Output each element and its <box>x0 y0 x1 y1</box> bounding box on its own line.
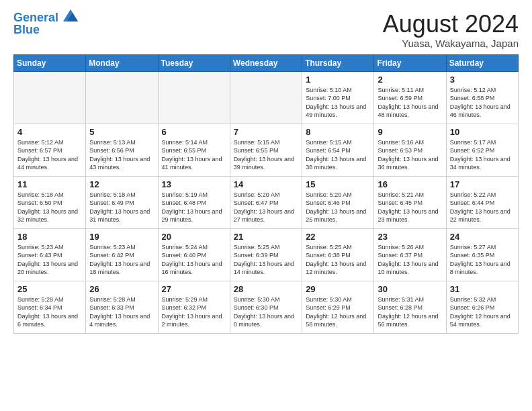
table-row: 24Sunrise: 5:27 AMSunset: 6:35 PMDayligh… <box>446 228 518 281</box>
col-sunday: Sunday <box>14 54 86 71</box>
table-row: 4Sunrise: 5:12 AMSunset: 6:57 PMDaylight… <box>14 124 86 176</box>
day-number: 27 <box>162 284 226 294</box>
table-row: 17Sunrise: 5:22 AMSunset: 6:44 PMDayligh… <box>446 176 518 228</box>
table-row: 23Sunrise: 5:26 AMSunset: 6:37 PMDayligh… <box>374 228 446 281</box>
table-row: 30Sunrise: 5:31 AMSunset: 6:28 PMDayligh… <box>374 281 446 333</box>
logo-text2: Blue <box>13 24 40 37</box>
day-info: Sunrise: 5:17 AMSunset: 6:52 PMDaylight:… <box>450 138 515 172</box>
day-number: 5 <box>89 127 154 137</box>
day-info: Sunrise: 5:27 AMSunset: 6:35 PMDaylight:… <box>450 243 515 277</box>
day-info: Sunrise: 5:26 AMSunset: 6:37 PMDaylight:… <box>378 243 442 277</box>
day-info: Sunrise: 5:15 AMSunset: 6:54 PMDaylight:… <box>306 138 370 172</box>
col-thursday: Thursday <box>302 54 374 71</box>
day-info: Sunrise: 5:29 AMSunset: 6:32 PMDaylight:… <box>162 295 226 329</box>
day-number: 28 <box>234 284 298 294</box>
table-row: 25Sunrise: 5:28 AMSunset: 6:34 PMDayligh… <box>14 281 86 333</box>
day-info: Sunrise: 5:12 AMSunset: 6:58 PMDaylight:… <box>450 86 515 120</box>
header: General Blue August 2024 Yuasa, Wakayama… <box>13 11 519 49</box>
day-info: Sunrise: 5:30 AMSunset: 6:29 PMDaylight:… <box>306 295 370 329</box>
day-info: Sunrise: 5:21 AMSunset: 6:45 PMDaylight:… <box>378 191 442 224</box>
calendar-header-row: Sunday Monday Tuesday Wednesday Thursday… <box>14 54 519 71</box>
table-row: 28Sunrise: 5:30 AMSunset: 6:30 PMDayligh… <box>230 281 302 333</box>
table-row: 31Sunrise: 5:32 AMSunset: 6:26 PMDayligh… <box>446 281 518 333</box>
day-number: 10 <box>450 127 515 137</box>
day-number: 6 <box>162 127 226 137</box>
table-row <box>230 71 302 124</box>
table-row: 27Sunrise: 5:29 AMSunset: 6:32 PMDayligh… <box>158 281 230 333</box>
page: General Blue August 2024 Yuasa, Wakayama… <box>0 0 532 340</box>
table-row: 14Sunrise: 5:20 AMSunset: 6:47 PMDayligh… <box>230 176 302 228</box>
day-number: 26 <box>89 284 154 294</box>
day-number: 16 <box>378 179 442 189</box>
table-row: 29Sunrise: 5:30 AMSunset: 6:29 PMDayligh… <box>302 281 374 333</box>
table-row: 22Sunrise: 5:25 AMSunset: 6:38 PMDayligh… <box>302 228 374 281</box>
col-tuesday: Tuesday <box>158 54 230 71</box>
table-row: 21Sunrise: 5:25 AMSunset: 6:39 PMDayligh… <box>230 228 302 281</box>
day-number: 15 <box>306 179 370 189</box>
calendar-table: Sunday Monday Tuesday Wednesday Thursday… <box>13 54 519 334</box>
day-info: Sunrise: 5:12 AMSunset: 6:57 PMDaylight:… <box>17 138 82 172</box>
day-info: Sunrise: 5:11 AMSunset: 6:59 PMDaylight:… <box>378 86 442 120</box>
day-info: Sunrise: 5:22 AMSunset: 6:44 PMDaylight:… <box>450 191 515 224</box>
calendar-week-4: 18Sunrise: 5:23 AMSunset: 6:43 PMDayligh… <box>14 228 519 281</box>
day-info: Sunrise: 5:16 AMSunset: 6:53 PMDaylight:… <box>378 138 442 172</box>
day-info: Sunrise: 5:20 AMSunset: 6:47 PMDaylight:… <box>234 191 298 224</box>
table-row: 18Sunrise: 5:23 AMSunset: 6:43 PMDayligh… <box>14 228 86 281</box>
logo-icon <box>63 9 78 21</box>
day-number: 11 <box>17 179 82 189</box>
day-number: 22 <box>306 232 370 242</box>
table-row: 6Sunrise: 5:14 AMSunset: 6:55 PMDaylight… <box>158 124 230 176</box>
day-info: Sunrise: 5:31 AMSunset: 6:28 PMDaylight:… <box>378 295 442 329</box>
day-number: 13 <box>162 179 226 189</box>
day-number: 30 <box>378 284 442 294</box>
col-saturday: Saturday <box>446 54 518 71</box>
day-info: Sunrise: 5:18 AMSunset: 6:49 PMDaylight:… <box>89 191 154 224</box>
day-number: 18 <box>17 232 82 242</box>
day-number: 9 <box>378 127 442 137</box>
calendar-week-3: 11Sunrise: 5:18 AMSunset: 6:50 PMDayligh… <box>14 176 519 228</box>
table-row: 7Sunrise: 5:15 AMSunset: 6:55 PMDaylight… <box>230 124 302 176</box>
day-number: 14 <box>234 179 298 189</box>
day-info: Sunrise: 5:23 AMSunset: 6:43 PMDaylight:… <box>17 243 82 277</box>
day-info: Sunrise: 5:15 AMSunset: 6:55 PMDaylight:… <box>234 138 298 172</box>
day-info: Sunrise: 5:28 AMSunset: 6:34 PMDaylight:… <box>17 295 82 329</box>
day-info: Sunrise: 5:32 AMSunset: 6:26 PMDaylight:… <box>450 295 515 329</box>
day-number: 25 <box>17 284 82 294</box>
day-number: 4 <box>17 127 82 137</box>
day-info: Sunrise: 5:25 AMSunset: 6:39 PMDaylight:… <box>234 243 298 277</box>
day-number: 8 <box>306 127 370 137</box>
table-row: 19Sunrise: 5:23 AMSunset: 6:42 PMDayligh… <box>86 228 158 281</box>
day-info: Sunrise: 5:24 AMSunset: 6:40 PMDaylight:… <box>162 243 226 277</box>
day-info: Sunrise: 5:20 AMSunset: 6:46 PMDaylight:… <box>306 191 370 224</box>
table-row: 16Sunrise: 5:21 AMSunset: 6:45 PMDayligh… <box>374 176 446 228</box>
day-number: 7 <box>234 127 298 137</box>
day-info: Sunrise: 5:19 AMSunset: 6:48 PMDaylight:… <box>162 191 226 224</box>
table-row: 26Sunrise: 5:28 AMSunset: 6:33 PMDayligh… <box>86 281 158 333</box>
calendar-week-1: 1Sunrise: 5:10 AMSunset: 7:00 PMDaylight… <box>14 71 519 124</box>
table-row: 5Sunrise: 5:13 AMSunset: 6:56 PMDaylight… <box>86 124 158 176</box>
day-info: Sunrise: 5:10 AMSunset: 7:00 PMDaylight:… <box>306 86 370 120</box>
day-number: 24 <box>450 232 515 242</box>
logo: General Blue <box>13 11 78 37</box>
table-row: 8Sunrise: 5:15 AMSunset: 6:54 PMDaylight… <box>302 124 374 176</box>
table-row: 20Sunrise: 5:24 AMSunset: 6:40 PMDayligh… <box>158 228 230 281</box>
table-row <box>158 71 230 124</box>
day-info: Sunrise: 5:18 AMSunset: 6:50 PMDaylight:… <box>17 191 82 224</box>
table-row: 10Sunrise: 5:17 AMSunset: 6:52 PMDayligh… <box>446 124 518 176</box>
day-info: Sunrise: 5:13 AMSunset: 6:56 PMDaylight:… <box>89 138 154 172</box>
table-row: 9Sunrise: 5:16 AMSunset: 6:53 PMDaylight… <box>374 124 446 176</box>
day-number: 12 <box>89 179 154 189</box>
day-info: Sunrise: 5:28 AMSunset: 6:33 PMDaylight:… <box>89 295 154 329</box>
day-number: 19 <box>89 232 154 242</box>
day-number: 3 <box>450 75 515 85</box>
col-friday: Friday <box>374 54 446 71</box>
table-row: 15Sunrise: 5:20 AMSunset: 6:46 PMDayligh… <box>302 176 374 228</box>
table-row: 1Sunrise: 5:10 AMSunset: 7:00 PMDaylight… <box>302 71 374 124</box>
table-row <box>86 71 158 124</box>
table-row: 11Sunrise: 5:18 AMSunset: 6:50 PMDayligh… <box>14 176 86 228</box>
calendar-subtitle: Yuasa, Wakayama, Japan <box>383 38 519 49</box>
col-wednesday: Wednesday <box>230 54 302 71</box>
calendar-week-5: 25Sunrise: 5:28 AMSunset: 6:34 PMDayligh… <box>14 281 519 333</box>
day-number: 20 <box>162 232 226 242</box>
table-row: 3Sunrise: 5:12 AMSunset: 6:58 PMDaylight… <box>446 71 518 124</box>
